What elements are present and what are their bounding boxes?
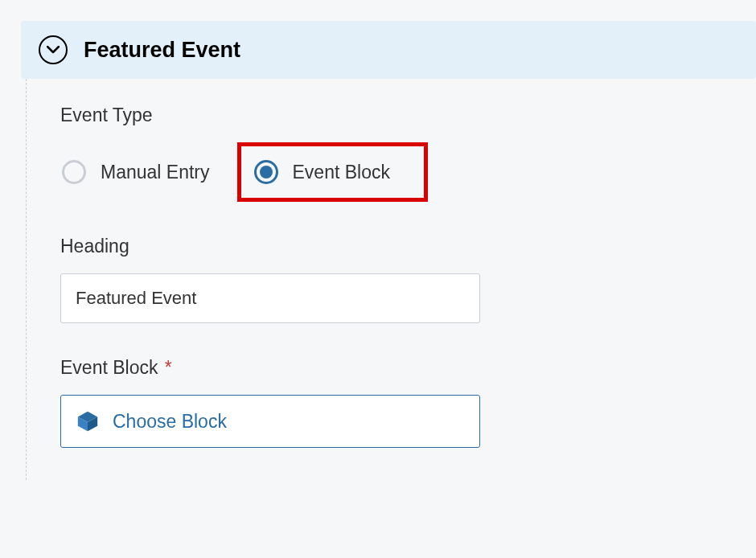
- radio-icon: [62, 160, 86, 184]
- highlight-box: Event Block: [237, 142, 428, 202]
- radio-dot-icon: [260, 166, 273, 178]
- radio-icon: [254, 160, 278, 184]
- event-block-label-text: Event Block: [60, 357, 158, 378]
- event-block-field: Event Block * Choose Block: [60, 357, 756, 448]
- block-icon: [76, 409, 100, 433]
- required-marker: *: [165, 357, 172, 378]
- panel-title: Featured Event: [84, 38, 240, 63]
- heading-label: Heading: [60, 236, 756, 257]
- chevron-down-icon[interactable]: [39, 35, 68, 64]
- panel-header[interactable]: Featured Event: [21, 21, 756, 79]
- event-type-label: Event Type: [60, 105, 756, 126]
- radio-manual-entry[interactable]: Manual Entry: [60, 151, 226, 193]
- event-block-label: Event Block *: [60, 357, 756, 379]
- event-type-radio-group: Manual Entry Event Block: [60, 142, 756, 202]
- choose-block-button[interactable]: Choose Block: [60, 395, 480, 448]
- radio-label-manual-entry: Manual Entry: [101, 162, 210, 183]
- event-type-field: Event Type Manual Entry Event Block: [60, 105, 756, 202]
- radio-event-block[interactable]: Event Block: [253, 151, 406, 193]
- choose-block-label: Choose Block: [113, 411, 227, 433]
- radio-label-event-block: Event Block: [293, 162, 390, 183]
- panel-body: Event Type Manual Entry Event Block H: [26, 79, 756, 480]
- heading-field: Heading: [60, 236, 756, 323]
- heading-input[interactable]: [60, 273, 480, 323]
